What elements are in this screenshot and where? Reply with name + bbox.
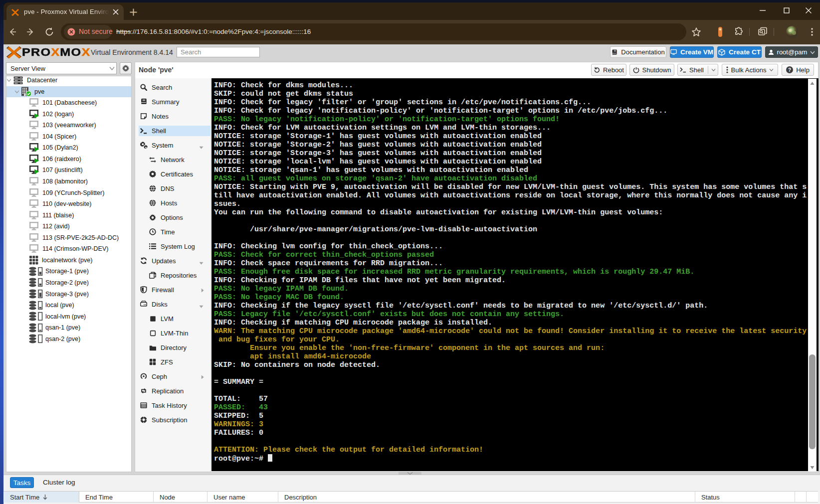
svg-text:?: ? [788, 67, 791, 73]
